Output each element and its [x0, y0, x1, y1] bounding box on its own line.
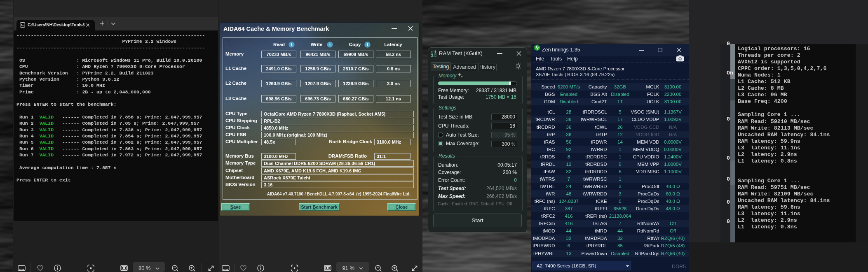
- svg-text:i: i: [367, 42, 368, 47]
- svg-text:i: i: [329, 42, 331, 47]
- svg-text:i: i: [291, 42, 292, 47]
